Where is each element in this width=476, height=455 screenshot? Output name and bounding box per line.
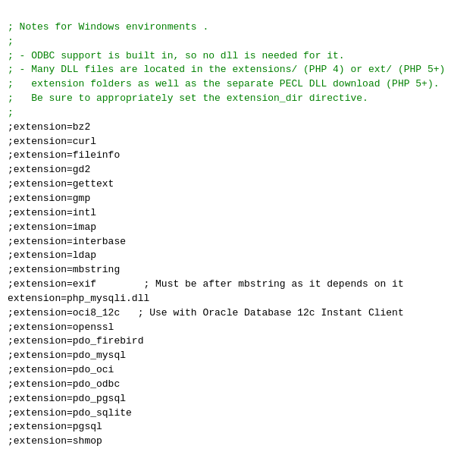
extension-line: ;extension=oci8_12c ; Use with Oracle Da… — [8, 307, 404, 318]
comment-line: ; — [8, 107, 14, 118]
extension-line: ;extension=gd2 — [8, 164, 90, 175]
comment-line: ; extension folders as well as the separ… — [8, 78, 440, 89]
extension-line: ;extension=pgsql — [8, 421, 102, 432]
extension-line: ;extension=imap — [8, 221, 96, 233]
extension-line: ;extension=pdo_odbc — [8, 378, 120, 390]
extension-line: ;extension=exif ; Must be after mbstring… — [8, 278, 404, 290]
extension-line: ;extension=bz2 — [8, 121, 90, 133]
comment-line: ; - ODBC support is built in, so no dll … — [8, 50, 345, 61]
extension-line: ;extension=shmop — [8, 435, 102, 447]
comment-line: ; Notes for Windows environments . — [8, 21, 208, 33]
extension-line: ;extension=intl — [8, 207, 96, 218]
extension-line: ;extension=gettext — [8, 178, 114, 190]
code-block: ; Notes for Windows environments . ; ; -… — [8, 6, 468, 455]
comment-line: ; — [8, 36, 14, 47]
extension-line: ;extension=interbase — [8, 236, 126, 247]
extension-line: extension=php_mysqli.dll — [8, 293, 149, 304]
extension-line: ;extension=pdo_firebird — [8, 335, 143, 347]
extension-line: ;extension=openssl — [8, 322, 114, 333]
extension-line: ;extension=mbstring — [8, 264, 120, 275]
comment-line: ; - Many DLL files are located in the ex… — [8, 64, 445, 75]
extension-line: ;extension=pdo_sqlite — [8, 407, 132, 419]
extension-line: ;extension=pdo_pgsql — [8, 393, 126, 404]
extension-line: ;extension=gmp — [8, 193, 90, 204]
comment-line: ; Be sure to appropriately set the exten… — [8, 93, 368, 104]
extension-line: ;extension=ldap — [8, 249, 96, 261]
extension-line: ;extension=pdo_mysql — [8, 350, 126, 361]
extension-line: ;extension=pdo_oci — [8, 364, 114, 375]
extension-line: ;extension=curl — [8, 136, 96, 147]
extension-line: ;extension=fileinfo — [8, 149, 120, 161]
